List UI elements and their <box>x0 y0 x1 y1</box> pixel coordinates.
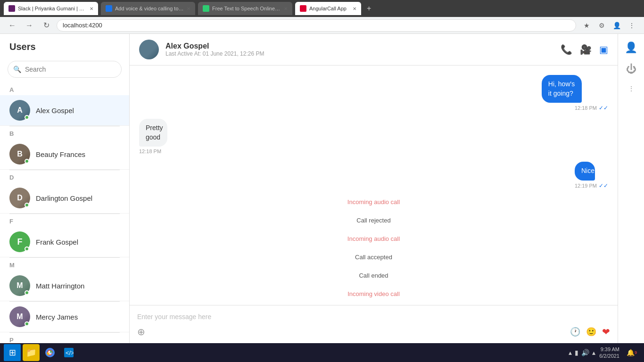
clock-emoji-button[interactable]: 🕐 <box>570 327 580 337</box>
tab-tts[interactable]: Free Text to Speech Online with ... ✕ <box>198 2 292 15</box>
tab-tts-title: Free Text to Speech Online with ... <box>212 6 281 11</box>
tab-tts-close[interactable]: ✕ <box>284 6 288 11</box>
address-text: localhost:4200 <box>63 22 102 29</box>
notification-button[interactable]: 🔔 9 <box>623 344 640 361</box>
browser-nav: ← → ↻ localhost:4200 ★ ⚙ 👤 ⋮ <box>0 17 644 34</box>
message-input[interactable] <box>137 311 610 322</box>
user-item-beauty[interactable]: B Beauty Frances <box>0 139 129 170</box>
power-icon[interactable]: ⏻ <box>626 63 636 75</box>
user-name-frank: Frank Gospel <box>36 238 78 246</box>
user-name-mercy: Mercy James <box>36 313 78 321</box>
smiley-emoji-button[interactable]: 🙂 <box>586 327 596 337</box>
angular-favicon <box>300 5 306 12</box>
status-dot-matt <box>25 290 29 295</box>
app: Users 🔍 A A Alex Gospel B <box>0 34 644 343</box>
user-profile-icon[interactable]: 👤 <box>625 41 637 54</box>
status-dot-beauty <box>25 159 29 164</box>
video-call-button[interactable]: 🎥 <box>580 44 592 55</box>
address-bar[interactable]: localhost:4200 <box>57 19 576 32</box>
input-action-right: 🕐 🙂 ❤ <box>570 326 610 337</box>
heart-button[interactable]: ❤ <box>602 326 610 337</box>
system-msg-8: Call ended <box>139 272 608 279</box>
message-time-3: 12:19 PM ✓✓ <box>575 182 608 189</box>
user-item-mercy[interactable]: M Mercy James <box>0 302 129 332</box>
extensions-button[interactable]: ⚙ <box>595 19 608 32</box>
message-input-area: ⊕ 🕐 🙂 ❤ <box>130 305 618 343</box>
sidebar-title: Users <box>9 41 36 52</box>
section-label-b: B <box>0 126 129 139</box>
chat-header-avatar <box>139 40 159 59</box>
slack-favicon <box>8 5 15 12</box>
expand-button[interactable]: ▣ <box>599 44 608 55</box>
speaker-icon: 🔊 <box>581 349 589 356</box>
message-content-1: Hi, how's it going? 12:18 PM ✓✓ <box>542 75 608 111</box>
message-bubble-1: Hi, how's it going? <box>542 75 582 103</box>
reload-button[interactable]: ↻ <box>40 19 53 32</box>
forward-button[interactable]: → <box>23 19 36 32</box>
new-tab-button[interactable]: + <box>364 4 374 13</box>
user-name-matt: Matt Harrington <box>36 282 84 290</box>
taskbar-icons: ▴ ▮ 🔊 ▴ <box>569 349 595 356</box>
avatar-wrap-alex: A <box>9 100 30 121</box>
start-button[interactable]: ⊞ <box>4 344 21 361</box>
more-options-icon[interactable]: ⋮ <box>628 85 635 92</box>
date: 6/2/2021 <box>599 353 619 359</box>
back-button[interactable]: ← <box>6 19 19 32</box>
user-item-frank[interactable]: F Frank Gospel <box>0 227 129 257</box>
tab-add-voice-close[interactable]: ✕ <box>187 6 190 11</box>
message-row-3: Nice! 12:19 PM ✓✓ <box>139 162 608 189</box>
search-wrapper: 🔍 <box>8 61 122 78</box>
search-icon: 🔍 <box>13 66 21 73</box>
avatar-wrap-matt: M <box>9 275 30 296</box>
tab-angular-close[interactable]: ✕ <box>353 6 356 11</box>
bookmark-button[interactable]: ★ <box>580 19 593 32</box>
system-msg-4: Incoming audio call <box>139 198 608 206</box>
system-msg-6: Incoming audio call <box>139 235 608 242</box>
avatar-wrap-beauty: B <box>9 144 30 165</box>
section-label-f: F <box>0 214 129 227</box>
input-actions: ⊕ 🕐 🙂 ❤ <box>137 326 610 337</box>
audio-call-button[interactable]: 📞 <box>561 44 572 55</box>
chat-area: Alex Gospel Last Active At: 01 June 2021… <box>130 34 618 343</box>
messages-container: Hi, how's it going? 12:18 PM ✓✓ Pretty g… <box>130 66 618 305</box>
user-item-alex[interactable]: A Alex Gospel <box>0 95 129 126</box>
status-dot-mercy <box>25 321 29 326</box>
tab-slack-title: Slack | Priyanka Gurnani | Comet... <box>18 6 87 11</box>
user-item-matt[interactable]: M Matt Harrington <box>0 271 129 301</box>
tab-slack[interactable]: Slack | Priyanka Gurnani | Comet... ✕ <box>4 2 98 15</box>
wifi-icon: ▴ <box>592 349 595 356</box>
taskbar: ⊞ 📁 </> ▴ ▮ 🔊 ▴ 9: <box>0 343 644 362</box>
right-panel: 👤 ⏻ ⋮ <box>618 34 644 343</box>
chat-header-info: Alex Gospel Last Active At: 01 June 2021… <box>165 42 554 57</box>
read-receipt-1: ✓✓ <box>599 105 608 111</box>
network-icon: ▴ <box>569 349 572 356</box>
tab-slack-close[interactable]: ✕ <box>90 6 93 11</box>
add-voice-favicon <box>106 5 112 12</box>
taskbar-sys: ▴ ▮ 🔊 ▴ 9:39 AM 6/2/2021 🔔 9 <box>569 344 640 361</box>
add-attachment-button[interactable]: ⊕ <box>137 326 145 337</box>
user-name-beauty: Beauty Frances <box>36 150 85 158</box>
message-content-3: Nice! 12:19 PM ✓✓ <box>575 162 608 189</box>
menu-button[interactable]: ⋮ <box>625 19 638 32</box>
file-manager-taskbar[interactable]: 📁 <box>23 344 40 361</box>
vscode-taskbar[interactable]: </> <box>60 344 77 361</box>
message-content-2: Pretty good 12:18 PM <box>139 119 186 154</box>
chrome-taskbar[interactable] <box>41 344 58 361</box>
tab-angular[interactable]: AngularCall App ✕ <box>295 2 361 15</box>
user-item-darlington[interactable]: D Darlington Gospel <box>0 183 129 214</box>
read-receipt-3: ✓✓ <box>599 182 608 189</box>
profile-button[interactable]: 👤 <box>610 19 623 32</box>
tab-add-voice[interactable]: Add voice & video calling to you... ✕ <box>101 2 195 15</box>
input-action-left: ⊕ <box>137 326 145 337</box>
message-row-2: Pretty good 12:18 PM <box>139 119 608 154</box>
tab-angular-title: AngularCall App <box>309 6 350 11</box>
user-name-alex: Alex Gospel <box>36 107 74 115</box>
section-label-m: M <box>0 258 129 271</box>
search-input[interactable] <box>8 61 122 78</box>
clock: 9:39 AM <box>599 346 619 353</box>
section-label-p: P <box>0 333 129 343</box>
time-text-1: 12:18 PM <box>575 105 597 111</box>
search-container: 🔍 <box>0 57 129 82</box>
status-dot-frank <box>25 247 29 251</box>
time-text-3: 12:19 PM <box>575 183 597 189</box>
